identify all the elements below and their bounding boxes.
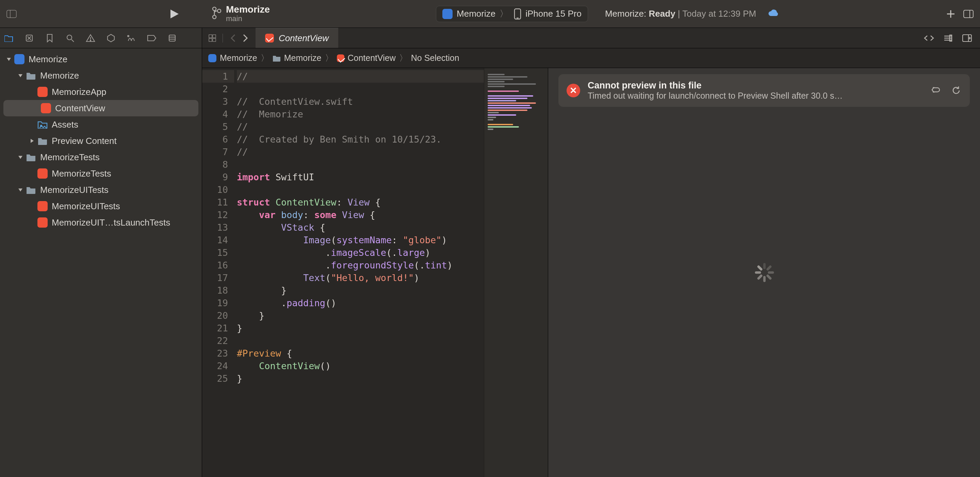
sidebar-item[interactable]: Assets	[0, 116, 202, 133]
toggle-navigator-icon[interactable]	[6, 8, 17, 19]
preview-error-banner: ✕ Cannot preview in this file Timed out …	[558, 74, 970, 107]
scheme-selector[interactable]: Memorize 〉 iPhone 15 Pro	[436, 6, 588, 22]
editor-tab-label: ContentView	[279, 33, 329, 43]
jumpbar-folder[interactable]: Memorize	[284, 53, 321, 63]
jumpbar-file[interactable]: ContentView	[348, 53, 396, 63]
minimap[interactable]	[484, 68, 548, 477]
svg-point-18	[90, 40, 91, 40]
sidebar-item-label: Assets	[52, 119, 78, 130]
sidebar-item-label: Memorize	[29, 54, 67, 65]
svg-rect-20	[169, 35, 175, 41]
svg-marker-38	[30, 139, 34, 143]
tests-navigator-icon[interactable]	[105, 33, 116, 43]
chevron-right-icon: 〉	[500, 8, 508, 20]
error-icon: ✕	[566, 84, 580, 97]
chevron-right-icon: 〉	[325, 52, 334, 64]
bookmarks-navigator-icon[interactable]	[44, 33, 55, 43]
jumpbar-project[interactable]: Memorize	[220, 53, 257, 63]
reports-navigator-icon[interactable]	[167, 33, 178, 43]
device-name: iPhone 15 Pro	[525, 8, 582, 19]
related-items-icon[interactable]	[207, 33, 218, 43]
sidebar-item[interactable]: Memorize	[0, 67, 202, 84]
disclosure-triangle[interactable]	[27, 218, 37, 227]
code-content[interactable]: // // ContentView.swift // Memorize // /…	[234, 68, 484, 477]
activity-status: Memorize: Ready | Today at 12:39 PM	[605, 8, 756, 19]
svg-rect-25	[209, 38, 212, 41]
sidebar-item-label: MemorizeTests	[52, 169, 111, 179]
editor-area: Memorize 〉 Memorize 〉 ContentView 〉 No S…	[202, 48, 980, 477]
find-navigator-icon[interactable]	[65, 33, 76, 43]
project-navigator-icon[interactable]	[3, 33, 14, 43]
run-button[interactable]	[167, 6, 182, 21]
folder-icon	[25, 70, 37, 81]
add-editor-icon[interactable]	[962, 33, 972, 43]
sidebar-item-label: MemorizeUIT…tsLaunchTests	[52, 218, 170, 228]
loading-spinner	[753, 262, 775, 283]
disclosure-triangle[interactable]	[16, 71, 25, 80]
library-button[interactable]	[945, 8, 956, 19]
project-name: Memorize	[226, 5, 270, 14]
sidebar-item-label: MemorizeApp	[52, 87, 106, 97]
jumpbar-selection[interactable]: No Selection	[411, 53, 460, 63]
adjust-editor-options-icon[interactable]	[943, 33, 953, 43]
disclosure-triangle[interactable]	[27, 136, 37, 146]
retry-icon[interactable]	[951, 85, 962, 96]
sidebar-item[interactable]: Preview Content	[0, 133, 202, 149]
toggle-inspector-icon[interactable]	[963, 8, 974, 19]
disclosure-triangle[interactable]	[27, 87, 37, 97]
svg-rect-26	[213, 38, 216, 41]
disclosure-triangle[interactable]	[16, 185, 25, 195]
sidebar-item[interactable]: MemorizeTests	[0, 165, 202, 182]
editor-tab[interactable]: ContentView	[256, 28, 338, 48]
review-changes-icon[interactable]	[924, 33, 934, 43]
sidebar-item-label: Memorize	[40, 70, 79, 81]
swift-file-icon	[37, 86, 48, 98]
svg-marker-40	[18, 189, 22, 192]
swift-file-icon	[37, 217, 48, 228]
disclosure-triangle[interactable]	[4, 54, 14, 64]
issues-navigator-icon[interactable]	[85, 33, 96, 43]
swift-file-icon	[265, 34, 274, 43]
app-icon	[14, 53, 25, 65]
preview-canvas: ✕ Cannot preview in this file Timed out …	[548, 68, 980, 477]
branch-indicator[interactable]: Memorize main	[212, 5, 270, 23]
svg-marker-39	[18, 156, 22, 159]
sidebar-item[interactable]: ContentView	[3, 100, 198, 116]
nav-forward-button[interactable]	[240, 33, 251, 43]
svg-rect-23	[209, 35, 212, 38]
svg-rect-0	[7, 10, 16, 18]
disclosure-triangle[interactable]	[16, 153, 25, 162]
assets-icon	[37, 119, 48, 130]
swift-file-icon	[40, 102, 52, 114]
toolbar: Memorize main Memorize 〉 iPhone 15 Pro M…	[0, 0, 980, 28]
disclosure-triangle[interactable]	[27, 120, 37, 129]
scheme-name: Memorize	[457, 8, 495, 19]
sidebar-item[interactable]: MemorizeUIT…tsLaunchTests	[0, 214, 202, 231]
disclosure-triangle[interactable]	[30, 103, 40, 113]
chevron-right-icon: 〉	[261, 52, 269, 64]
sidebar-item[interactable]: Memorize	[0, 51, 202, 67]
nav-back-button[interactable]	[228, 33, 239, 43]
sidebar-item-label: MemorizeUITests	[40, 185, 108, 195]
cloud-status-icon[interactable]	[768, 9, 779, 19]
sidebar-item[interactable]: MemorizeUITests	[0, 182, 202, 198]
sidebar-item[interactable]: MemorizeTests	[0, 149, 202, 165]
sidebar-item[interactable]: MemorizeUITests	[0, 198, 202, 214]
code-editor[interactable]: 1234567891011121314151617181920212223242…	[202, 68, 484, 477]
project-navigator[interactable]: MemorizeMemorizeMemorizeAppContentViewAs…	[0, 48, 202, 477]
folder-icon	[272, 55, 281, 62]
svg-marker-35	[7, 58, 11, 61]
disclosure-triangle[interactable]	[27, 169, 37, 178]
breakpoints-navigator-icon[interactable]	[146, 33, 157, 43]
svg-marker-2	[170, 10, 179, 18]
diagnostics-icon[interactable]	[930, 85, 940, 96]
source-control-navigator-icon[interactable]	[24, 33, 35, 43]
svg-point-15	[67, 35, 72, 40]
sidebar-item[interactable]: MemorizeApp	[0, 84, 202, 100]
disclosure-triangle[interactable]	[27, 202, 37, 211]
svg-rect-10	[964, 10, 973, 18]
swift-file-icon	[37, 168, 48, 179]
jump-bar[interactable]: Memorize 〉 Memorize 〉 ContentView 〉 No S…	[202, 48, 980, 68]
debug-navigator-icon[interactable]	[126, 33, 137, 43]
svg-rect-6	[514, 9, 520, 19]
